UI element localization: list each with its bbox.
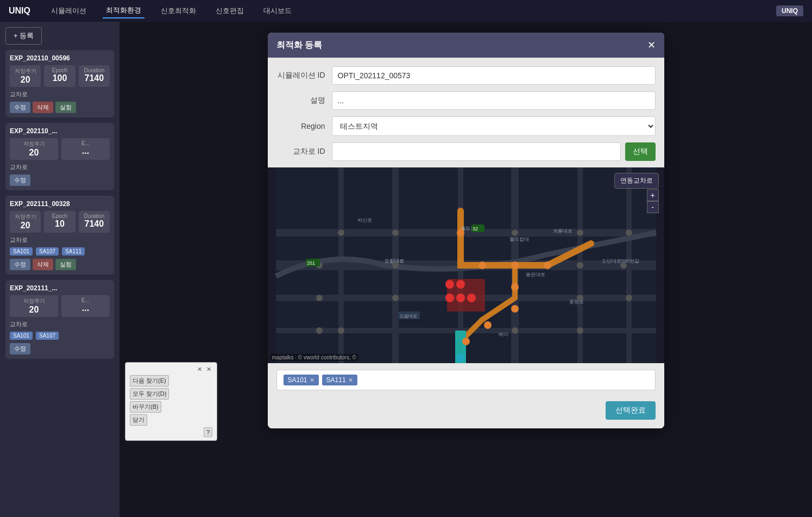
stat-box-storage3: 저장주기 20 — [10, 211, 41, 233]
form-row-intersection-id: 교차로 ID 선택 — [276, 142, 656, 161]
stat-box-duration3: Duration 7140 — [79, 211, 110, 233]
tag-sa101: SA101 ✕ — [284, 375, 319, 385]
sim-id-input[interactable] — [332, 66, 656, 85]
edit-btn-3[interactable]: 수정 — [10, 259, 30, 270]
right-area: ✕ ✕ 다음 찾기(E) 모두 찾기(D) 바꾸기(B) 닫기 ? — [119, 22, 812, 517]
exp-tags-4: SA101 SA107 — [10, 332, 110, 340]
stat-box-epoch4: E... ... — [61, 295, 110, 317]
nav-signal-optimization[interactable]: 신호최적화 — [158, 4, 199, 18]
form-row-region: Region 테스트지역 — [276, 116, 656, 136]
exp-card-1: EXP_202110_00596 저장주기 20 Epoch 100 Durat… — [5, 50, 114, 117]
modal-close-button[interactable]: ✕ — [647, 39, 656, 51]
sim-id-label: 시뮬레이션 ID — [276, 71, 325, 80]
nav-signal-edit[interactable]: 신호편집 — [212, 4, 247, 18]
svg-text:베다: 베다 — [499, 332, 508, 337]
find-close-btn[interactable]: 닫기 — [130, 414, 147, 426]
svg-point-27 — [392, 229, 399, 236]
edit-btn-4[interactable]: 수정 — [10, 343, 30, 354]
app-logo: UNIQ — [9, 6, 30, 16]
tag-sa101-label: SA101 — [288, 376, 307, 384]
exp-card-3-stats: 저장주기 20 Epoch 10 Duration 7140 — [10, 211, 110, 233]
tags-area: SA101 ✕ SA111 ✕ — [276, 370, 656, 390]
exp-actions-2: 수정 — [10, 175, 110, 186]
find-close-btn-2[interactable]: ✕ — [205, 366, 212, 373]
run-btn-1[interactable]: 실험 — [55, 102, 76, 113]
exp-card-1-title: EXP_202110_00596 — [10, 54, 110, 62]
exp-type-1: 교차로 — [10, 90, 110, 98]
region-label: Region — [276, 122, 325, 130]
tag-sa101-remove[interactable]: ✕ — [310, 377, 314, 384]
map-zoom-out-btn[interactable]: - — [647, 201, 659, 213]
description-input[interactable] — [332, 91, 656, 110]
svg-point-32 — [392, 262, 399, 269]
find-close-btn-1[interactable]: ✕ — [196, 366, 203, 373]
confirm-button[interactable]: 선택완료 — [606, 401, 656, 420]
tag-sa111-3: SA111 — [62, 247, 85, 256]
map-overlay-button[interactable]: 연동교차로 — [614, 173, 659, 189]
stat-box-epoch2: E... ... — [61, 138, 110, 160]
tag-sa101-4: SA101 — [10, 332, 33, 340]
map-zoom-in-btn[interactable]: + — [647, 189, 659, 201]
svg-point-45 — [456, 353, 465, 362]
svg-text:도단대로590번길: 도단대로590번길 — [602, 258, 639, 264]
exp-type-4: 교차로 — [10, 320, 110, 328]
map-container: 도단대로590번길 도립대로 박산로 봉은대로 풍령로 베다 가신홍로 계룡대로… — [268, 167, 664, 363]
find-help-btn[interactable]: ? — [204, 427, 212, 437]
delete-btn-3[interactable]: 삭제 — [33, 259, 53, 270]
find-replace-btn[interactable]: 바꾸기(B) — [130, 401, 161, 413]
run-btn-3[interactable]: 실험 — [55, 259, 76, 270]
svg-point-50 — [511, 283, 519, 291]
stat-label-storage1: 저장주기 — [14, 67, 36, 75]
find-next-btn[interactable]: 다음 찾기(E) — [130, 375, 169, 387]
stat-label-epoch4: E... — [66, 297, 105, 303]
stat-box-storage4: 저장주기 20 — [10, 295, 58, 317]
find-all-row: 모두 찾기(D) — [130, 388, 212, 400]
svg-text:박산로: 박산로 — [357, 217, 372, 223]
app-badge: UNIQ — [776, 5, 803, 16]
edit-btn-2[interactable]: 수정 — [10, 175, 30, 186]
add-button[interactable]: + 등록 — [5, 27, 42, 45]
svg-point-54 — [445, 280, 454, 289]
svg-point-30 — [626, 229, 632, 236]
description-label: 설명 — [276, 96, 325, 105]
svg-point-35 — [620, 262, 627, 269]
svg-point-56 — [456, 280, 465, 289]
svg-point-55 — [445, 294, 454, 302]
modal-header: 최적화 등록 ✕ — [268, 33, 664, 58]
exp-card-2: EXP_202110_... 저장주기 20 E... ... 교차로 수정 — [5, 123, 114, 190]
exp-card-4: EXP_202111_... 저장주기 20 E... ... 교차로 SA10… — [5, 280, 114, 359]
modal-footer: 선택완료 — [276, 397, 656, 420]
svg-point-39 — [577, 295, 583, 301]
stat-value-epoch3: 10 — [48, 219, 71, 229]
svg-point-42 — [577, 327, 583, 334]
edit-btn-1[interactable]: 수정 — [10, 102, 30, 113]
svg-text:32: 32 — [473, 226, 478, 232]
svg-point-40 — [626, 295, 632, 301]
delete-btn-1[interactable]: 삭제 — [33, 102, 53, 113]
stat-label-epoch3: Epoch — [48, 213, 71, 219]
svg-point-51 — [511, 305, 519, 313]
region-select[interactable]: 테스트지역 — [332, 116, 656, 136]
stat-label-epoch2: E... — [66, 140, 105, 146]
svg-point-48 — [511, 261, 519, 269]
tag-sa107-3: SA107 — [36, 247, 59, 256]
tag-sa111-remove[interactable]: ✕ — [348, 377, 353, 384]
exp-type-2: 교차로 — [10, 163, 110, 171]
svg-point-57 — [456, 294, 465, 302]
nav-optimization-env[interactable]: 최적화환경 — [103, 3, 144, 18]
find-all-btn[interactable]: 모두 찾기(D) — [130, 388, 169, 400]
tag-sa111: SA111 ✕ — [322, 375, 357, 385]
intersection-id-input[interactable] — [332, 142, 621, 161]
stat-label-storage3: 저장주기 — [14, 213, 36, 221]
stat-box-epoch1: Epoch 100 — [44, 65, 75, 87]
select-button[interactable]: 선택 — [625, 142, 656, 161]
topnav: UNIQ 시뮬레이션 최적화환경 신호최적화 신호편집 대시보드 UNIQ — [0, 0, 812, 22]
stat-value-storage2: 20 — [14, 148, 54, 158]
nav-simulation[interactable]: 시뮬레이션 — [48, 4, 90, 18]
nav-dashboard[interactable]: 대시보드 — [260, 4, 295, 18]
svg-point-58 — [467, 294, 476, 302]
svg-point-41 — [512, 327, 518, 334]
svg-point-52 — [484, 321, 492, 329]
exp-tags-3: SA101 SA107 SA111 — [10, 247, 110, 256]
stat-value-storage1: 20 — [14, 75, 36, 85]
